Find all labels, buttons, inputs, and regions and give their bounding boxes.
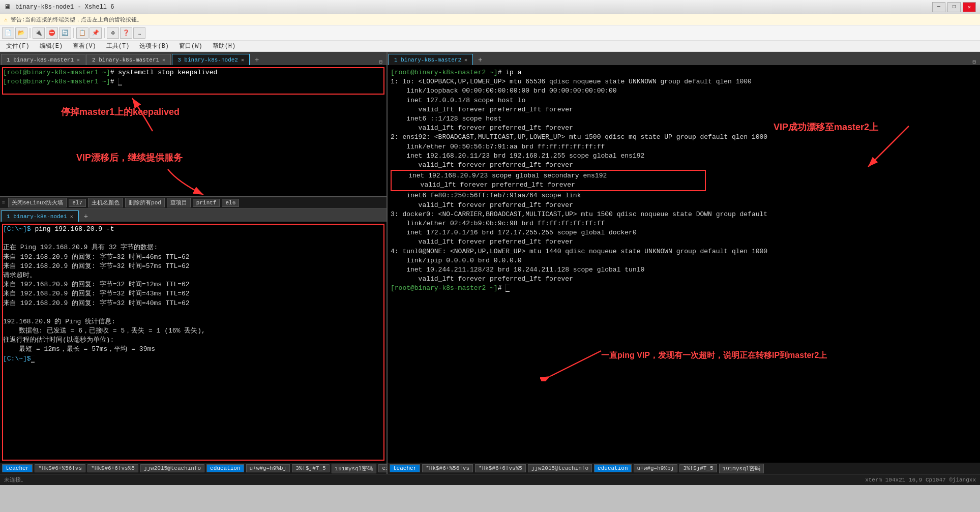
toolbar-disconnect[interactable]: ⛔ (46, 27, 58, 39)
menu-view[interactable]: 查看(V) (69, 41, 100, 51)
toolbar-more[interactable]: … (133, 27, 145, 39)
ipa-lo-inet: inet 127.0.0.1/8 scope host lo (391, 96, 977, 105)
menu-edit[interactable]: 编辑(E) (36, 41, 67, 51)
title-text: binary-k8s-node1 - Xshell 6 (15, 4, 114, 11)
rtag-education[interactable]: education (594, 464, 631, 472)
tab-close-2[interactable]: ✕ (162, 57, 165, 63)
tab-add-bottom[interactable]: + (80, 212, 92, 222)
status-delpod[interactable]: 删除所有pod (125, 198, 165, 207)
menu-bar: 文件(F) 编辑(E) 查看(V) 工具(T) 选项卡(B) 窗口(W) 帮助(… (0, 41, 980, 52)
ping-prompt: [C:\~]$█ (3, 354, 383, 364)
toolbar-sep1 (29, 28, 31, 38)
rtag-uwg[interactable]: u+w#g=h9%bj (634, 464, 678, 472)
left-top-terminal[interactable]: [root@binary-k8s-master1 ~]# systemctl s… (0, 65, 387, 197)
left-pane-status: ≡ 关闭seLinux防火墙 el7 主机名颜色 删除所有pod 查项目 pri… (0, 197, 387, 208)
tag-education[interactable]: education (206, 464, 244, 472)
status-project[interactable]: 查项目 (167, 198, 191, 207)
tag-teacher[interactable]: teacher (2, 464, 33, 472)
annotation-vip-service: VIP漂移后，继续提供服务 (76, 152, 183, 164)
tab-master1-1[interactable]: 1 binary-k8s-master1 ✕ (1, 54, 85, 65)
toolbar-connect[interactable]: 🔌 (33, 27, 45, 39)
toolbar-help[interactable]: ❓ (120, 27, 132, 39)
arrow-vip-service (153, 167, 214, 197)
tab-close-1[interactable]: ✕ (77, 57, 80, 63)
status-el7[interactable]: el7 (69, 199, 86, 207)
left-bottom-terminal[interactable]: [C:\~]$ ping 192.168.20.9 -t 正在 Ping 192… (0, 222, 387, 463)
status-el6[interactable]: el6 (222, 199, 239, 207)
menu-tabs[interactable]: 选项卡(B) (135, 41, 173, 51)
toolbar-sep2 (73, 28, 74, 38)
ipa-lo-valid: valid_lft forever preferred_lft forever (391, 105, 977, 114)
status-selinux[interactable]: 关闭seLinux防火墙 (8, 198, 67, 207)
toolbar-reconnect[interactable]: 🔄 (59, 27, 71, 39)
toolbar-paste[interactable]: 📌 (90, 27, 102, 39)
ipa-prompt: [root@binary-k8s-master2 ~]# █ (391, 284, 977, 293)
minimize-button[interactable]: ─ (932, 2, 945, 12)
tag-exit[interactable]: exit (378, 464, 387, 472)
ping-stats-rtt: 最短 = 12ms，最长 = 57ms，平均 = 39ms (3, 345, 383, 354)
menu-file[interactable]: 文件(F) (2, 41, 34, 51)
ipa-cmd: [root@binary-k8s-master2 ~]# ip a (391, 68, 977, 77)
pane-split-icon[interactable]: ⊟ (376, 58, 385, 65)
tab-node1[interactable]: 1 binary-k8s-node1 ✕ (1, 210, 79, 222)
menu-tools[interactable]: 工具(T) (102, 41, 134, 51)
right-terminal[interactable]: [root@binary-k8s-master2 ~]# ip a 1: lo:… (388, 65, 980, 463)
status-hostname[interactable]: 主机名颜色 (88, 198, 123, 207)
menu-window[interactable]: 窗口(W) (175, 41, 206, 51)
ipa-ens192: 2: ens192: <BROADCAST,MULTICAST,UP,LOWER… (391, 133, 977, 142)
ping-cmd: [C:\~]$ ping 192.168.20.9 -t (3, 225, 383, 234)
toolbar-sep3 (104, 28, 105, 38)
close-button[interactable]: ✕ (963, 2, 976, 12)
rtag-mysql[interactable]: 191mysql密码 (719, 464, 764, 473)
toolbar-open[interactable]: 📂 (15, 27, 27, 39)
ipa-tunl0: 4: tunl0@NONE: <NOARP,UP,LOWER_UP> mtu 1… (391, 247, 977, 256)
pane-split-right[interactable]: ⊟ (969, 58, 979, 65)
rtag-teacher[interactable]: teacher (390, 464, 420, 472)
ipa-docker0-inet: inet 172.17.0.1/16 brd 172.17.255.255 sc… (391, 228, 977, 237)
toolbar-settings[interactable]: ⚙ (107, 27, 119, 39)
tag-3pct[interactable]: 3%!$j#T_5 (292, 464, 329, 472)
menu-help[interactable]: 帮助(H) (209, 41, 240, 51)
tab-add-left[interactable]: + (251, 55, 263, 65)
ipa-lo: 1: lo: <LOOPBACK,UP,LOWER_UP> mtu 65536 … (391, 77, 977, 86)
tag-uwg[interactable]: u+w#g=h9%bj (246, 464, 290, 472)
status-printf[interactable]: printf (193, 199, 220, 207)
rtag-3pct[interactable]: 3%!$j#T_5 (679, 464, 717, 472)
tab-node2[interactable]: 3 binary-k8s-node2 ✕ (172, 54, 250, 65)
tag-jjw[interactable]: jjw2015@teachinfo (140, 464, 204, 472)
tag-mysql[interactable]: 191mysql密码 (332, 464, 377, 473)
toolbar-copy[interactable]: 📋 (76, 27, 88, 39)
left-bottom-status: teacher *Hk$#6+%56!vs *Hk$#6+6!vs%5 jjw2… (0, 463, 387, 474)
alert-text: 警告:当前连接的终端类型，点击左上角的齿轮按钮。 (11, 16, 143, 23)
ping-timeout: 请求超时。 (3, 271, 383, 280)
tab-add-right[interactable]: + (474, 55, 486, 65)
ipa-ens192-inet: inet 192.168.20.11/23 brd 192.168.21.255… (391, 152, 977, 161)
bottom-tab-bar: 1 binary-k8s-node1 ✕ + (0, 208, 387, 222)
title-bar-left: 🖥 binary-k8s-node1 - Xshell 6 (4, 3, 114, 11)
ping-blank2 (3, 308, 383, 317)
tab-close-master2[interactable]: ✕ (464, 57, 467, 63)
rtag-hk56[interactable]: *Hk$#6+%56!vs (422, 464, 473, 472)
tab-master1-2[interactable]: 2 binary-k8s-master1 ✕ (86, 54, 171, 65)
tab-close-node1[interactable]: ✕ (70, 214, 73, 220)
ipa-lo-link: link/loopback 00:00:00:00:00:00 brd 00:0… (391, 86, 977, 96)
tag-hk56[interactable]: *Hk$#6+%56!vs (35, 464, 85, 472)
rtag-jjw[interactable]: jjw2015@teachinfo (528, 464, 592, 472)
vip-highlight-box: inet 192.168.20.9/23 scope global second… (391, 170, 706, 191)
tab-master2[interactable]: 1 binary-k8s-master2 ✕ (389, 54, 473, 65)
tab-close-3[interactable]: ✕ (241, 57, 244, 63)
ipa-docker0-valid: valid_lft forever preferred_lft forever (391, 237, 977, 247)
ping-line6: 来自 192.168.20.9 的回复: 字节=32 时间=40ms TTL=6… (3, 299, 383, 308)
connection-status: 未连接。 (4, 476, 26, 484)
maximize-button[interactable]: □ (947, 2, 961, 12)
right-status: teacher *Hk$#6+%56!vs *Hk$#6+6!vs%5 jjw2… (388, 463, 980, 474)
ping-line5: 来自 192.168.20.9 的回复: 字节=32 时间=43ms TTL=6… (3, 289, 383, 298)
ping-line1: 正在 Ping 192.168.20.9 具有 32 字节的数据: (3, 243, 383, 252)
app-icon: 🖥 (4, 3, 11, 11)
toolbar-new[interactable]: 📄 (2, 27, 14, 39)
tag-hk6[interactable]: *Hk$#6+6!vs%5 (87, 464, 138, 472)
ipa-tunl0-valid: valid_lft forever preferred_lft forever (391, 275, 977, 284)
ping-stats-title: 192.168.20.9 的 Ping 统计信息: (3, 317, 383, 326)
left-pane: 1 binary-k8s-master1 ✕ 2 binary-k8s-mast… (0, 52, 388, 474)
rtag-hk6[interactable]: *Hk$#6+6!vs%5 (475, 464, 526, 472)
